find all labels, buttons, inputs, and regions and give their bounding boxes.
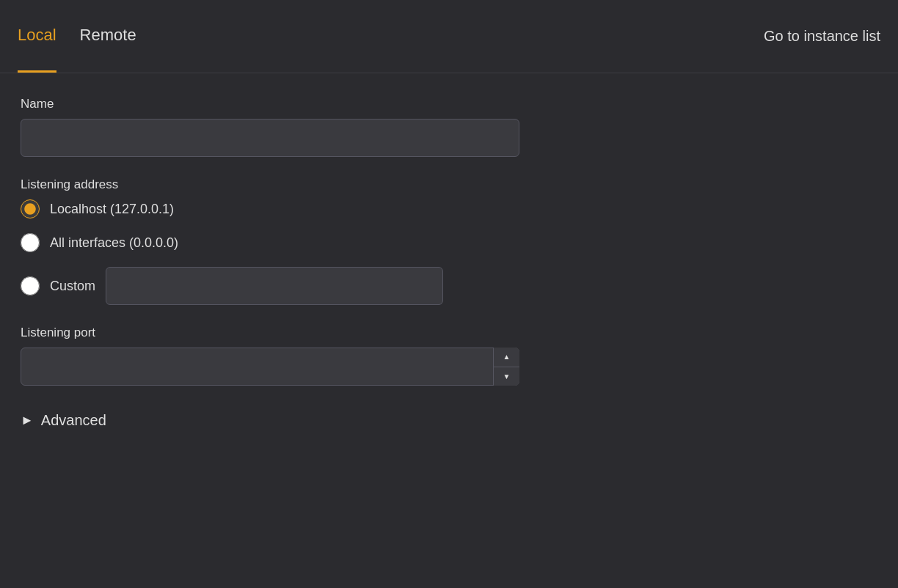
advanced-section[interactable]: ► Advanced bbox=[21, 412, 877, 429]
custom-address-input[interactable] bbox=[106, 267, 443, 305]
chevron-right-icon: ► bbox=[21, 413, 34, 428]
tab-local[interactable]: Local bbox=[18, 0, 56, 73]
advanced-label: Advanced bbox=[41, 412, 106, 429]
port-input[interactable] bbox=[21, 348, 519, 386]
port-input-wrapper: ▲ ▼ bbox=[21, 348, 519, 386]
listening-port-label: Listening port bbox=[21, 326, 877, 340]
port-spinner: ▲ ▼ bbox=[493, 348, 519, 386]
radio-localhost-input[interactable] bbox=[21, 199, 40, 218]
radio-all-interfaces[interactable]: All interfaces (0.0.0.0) bbox=[21, 233, 877, 252]
name-section: Name bbox=[21, 97, 877, 157]
radio-localhost-label: Localhost (127.0.0.1) bbox=[50, 202, 174, 217]
tab-remote[interactable]: Remote bbox=[80, 0, 136, 73]
listening-address-section: Listening address Localhost (127.0.0.1) … bbox=[21, 177, 877, 305]
radio-custom-label: Custom bbox=[50, 279, 95, 294]
radio-custom-input[interactable] bbox=[21, 276, 40, 295]
tab-group: Local Remote bbox=[18, 0, 136, 73]
listening-address-label: Listening address bbox=[21, 177, 877, 192]
radio-all-interfaces-input[interactable] bbox=[21, 233, 40, 252]
listening-port-section: Listening port ▲ ▼ bbox=[21, 326, 877, 386]
radio-custom[interactable]: Custom bbox=[21, 267, 877, 305]
name-input[interactable] bbox=[21, 119, 519, 157]
radio-all-interfaces-label: All interfaces (0.0.0.0) bbox=[50, 235, 178, 251]
main-content: Name Listening address Localhost (127.0.… bbox=[0, 73, 898, 452]
port-decrement-button[interactable]: ▼ bbox=[494, 367, 519, 386]
port-increment-button[interactable]: ▲ bbox=[494, 348, 519, 367]
go-to-instance-link[interactable]: Go to instance list bbox=[764, 28, 880, 45]
radio-localhost[interactable]: Localhost (127.0.0.1) bbox=[21, 199, 877, 218]
name-label: Name bbox=[21, 97, 877, 111]
listening-address-radio-group: Localhost (127.0.0.1) All interfaces (0.… bbox=[21, 199, 877, 305]
header: Local Remote Go to instance list bbox=[0, 0, 898, 73]
